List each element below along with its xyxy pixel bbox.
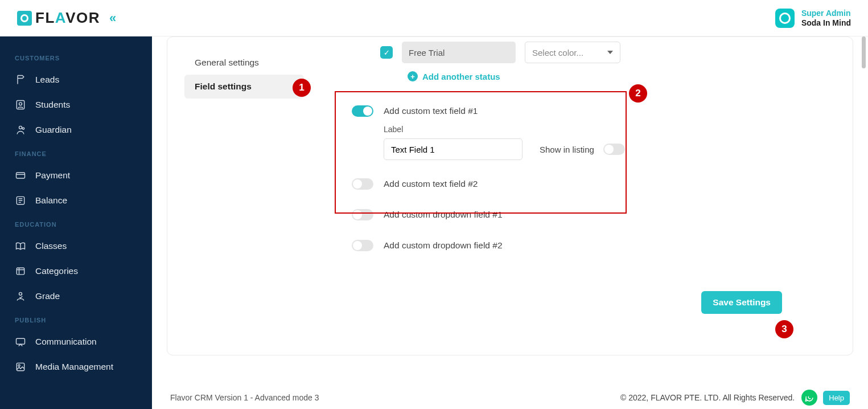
user-menu[interactable]: Super Admin Soda In Mind (775, 9, 851, 28)
topbar: FLAVOR « Super Admin Soda In Mind (0, 0, 868, 36)
sidebar-section-education: EDUCATION (0, 213, 152, 234)
sidebar-item-label: Categories (35, 266, 78, 276)
custom-dd-1-row: Add custom dropdown field #1 (352, 195, 807, 226)
settings-content: ✓ Select color... + Add another status A… (344, 37, 807, 314)
footer: Flavor CRM Version 1 - Advanced mode 3 ©… (152, 386, 868, 409)
sidebar-item-label: Grade (35, 291, 60, 301)
show-in-listing-block: Show in listing (540, 144, 625, 155)
annotation-badge-1: 1 (293, 79, 311, 97)
svg-rect-9 (17, 363, 24, 370)
sidebar-item-payment[interactable]: Payment (0, 163, 152, 188)
custom-dd-2-label: Add custom dropdown field #2 (384, 240, 503, 251)
custom-text-2-row: Add custom text field #2 (352, 166, 807, 195)
sidebar-item-classes[interactable]: Classes (0, 234, 152, 259)
custom-dd-2-row: Add custom dropdown field #2 (352, 226, 807, 257)
logo-mark-icon (17, 11, 32, 26)
media-icon (15, 361, 26, 373)
add-status-label: Add another status (422, 72, 500, 81)
sidebar-collapse-button[interactable]: « (109, 11, 113, 26)
help-button[interactable]: Help (823, 391, 850, 405)
custom-text-1-toggle[interactable] (352, 105, 373, 117)
user-org: Soda In Mind (801, 18, 851, 28)
custom-text-2-label: Add custom text field #2 (384, 179, 478, 189)
students-icon (15, 99, 26, 111)
settings-card: General settings Field settings ✓ Select… (167, 36, 853, 355)
custom-text-1-label-input[interactable] (384, 138, 523, 160)
svg-point-10 (18, 365, 20, 366)
custom-text-2-toggle[interactable] (352, 178, 373, 190)
plus-icon: + (408, 71, 418, 81)
status-name-input[interactable] (402, 42, 516, 63)
svg-rect-8 (17, 338, 25, 344)
sidebar-section-publish: PUBLISH (0, 309, 152, 329)
grade-icon (15, 291, 26, 302)
sidebar: CUSTOMERS Leads Students Guardian FINANC… (0, 36, 152, 409)
status-color-select[interactable]: Select color... (525, 42, 620, 63)
sidebar-item-label: Communication (35, 337, 97, 347)
custom-text-1-label: Add custom text field #1 (384, 106, 478, 116)
show-in-listing-toggle[interactable] (603, 144, 625, 155)
annotation-badge-3: 3 (775, 320, 793, 338)
guardian-icon (15, 124, 26, 136)
brand-logo[interactable]: FLAVOR (17, 9, 100, 27)
page-scrollbar[interactable] (862, 36, 866, 386)
custom-dd-2-toggle[interactable] (352, 240, 373, 251)
svg-point-7 (19, 292, 22, 295)
main-area: General settings Field settings ✓ Select… (152, 36, 868, 386)
annotation-badge-2: 2 (629, 84, 647, 103)
sidebar-item-balance[interactable]: Balance (0, 188, 152, 213)
sidebar-item-label: Media Management (35, 362, 113, 372)
custom-dd-1-toggle[interactable] (352, 209, 373, 220)
sidebar-item-leads[interactable]: Leads (0, 67, 152, 92)
svg-point-1 (19, 103, 22, 105)
sidebar-item-label: Balance (35, 195, 67, 206)
sidebar-item-guardian[interactable]: Guardian (0, 117, 152, 142)
add-status-button[interactable]: + Add another status (344, 63, 807, 81)
settings-nav-field[interactable]: Field settings (184, 75, 304, 99)
svg-rect-4 (17, 173, 25, 178)
settings-nav: General settings Field settings (184, 51, 304, 99)
balance-icon (15, 195, 26, 206)
footer-version: Flavor CRM Version 1 - Advanced mode 3 (170, 393, 319, 402)
sidebar-item-label: Payment (35, 170, 70, 181)
sidebar-item-label: Guardian (35, 125, 72, 135)
svg-point-3 (22, 128, 24, 129)
svg-point-2 (19, 126, 22, 129)
logo-text: FLAVOR (35, 9, 100, 27)
sidebar-item-media[interactable]: Media Management (0, 354, 152, 379)
classes-icon (15, 240, 26, 252)
payment-icon (15, 170, 26, 181)
show-in-listing-label: Show in listing (540, 145, 594, 154)
sidebar-section-customers: CUSTOMERS (0, 47, 152, 67)
custom-text-1-config: Label Show in listing (352, 122, 807, 166)
custom-text-1-row: Add custom text field #1 (352, 100, 807, 122)
sidebar-item-communication[interactable]: Communication (0, 329, 152, 354)
color-select-placeholder: Select color... (532, 48, 583, 58)
settings-nav-general[interactable]: General settings (184, 51, 304, 75)
status-checkbox[interactable]: ✓ (380, 46, 393, 59)
save-settings-button[interactable]: Save Settings (701, 291, 782, 314)
svg-rect-6 (17, 268, 24, 275)
status-row: ✓ Select color... (344, 37, 807, 63)
communication-icon (15, 336, 26, 347)
leads-icon (15, 74, 26, 85)
sidebar-item-label: Classes (35, 241, 67, 251)
whatsapp-button[interactable] (801, 390, 817, 406)
sidebar-item-label: Leads (35, 75, 59, 85)
label-heading: Label (384, 125, 807, 138)
categories-icon (15, 265, 26, 277)
org-avatar-icon (775, 9, 795, 28)
footer-copyright: © 2022, FLAVOR PTE. LTD. All Rights Rese… (620, 393, 795, 402)
sidebar-item-students[interactable]: Students (0, 92, 152, 117)
user-role: Super Admin (801, 9, 851, 18)
sidebar-item-grade[interactable]: Grade (0, 284, 152, 309)
custom-dd-1-label: Add custom dropdown field #1 (384, 210, 503, 220)
sidebar-section-finance: FINANCE (0, 142, 152, 163)
sidebar-item-categories[interactable]: Categories (0, 259, 152, 284)
sidebar-item-label: Students (35, 100, 70, 110)
